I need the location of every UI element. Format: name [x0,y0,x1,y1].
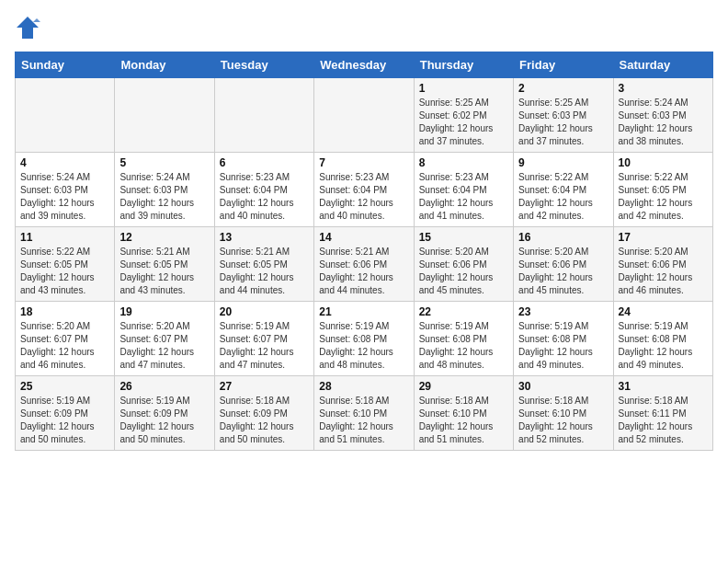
calendar-cell: 6Sunrise: 5:23 AM Sunset: 6:04 PM Daylig… [214,153,313,227]
logo-icon [15,15,40,40]
calendar-cell: 23Sunrise: 5:19 AM Sunset: 6:08 PM Dayli… [514,302,613,376]
day-number: 22 [419,305,508,318]
calendar-cell: 10Sunrise: 5:22 AM Sunset: 6:05 PM Dayli… [613,153,712,227]
calendar-cell: 18Sunrise: 5:20 AM Sunset: 6:07 PM Dayli… [16,302,115,376]
day-info: Sunrise: 5:23 AM Sunset: 6:04 PM Dayligh… [319,171,408,223]
day-info: Sunrise: 5:23 AM Sunset: 6:04 PM Dayligh… [220,171,309,223]
day-number: 21 [319,305,408,318]
day-number: 20 [220,305,309,318]
day-number: 5 [119,156,209,169]
calendar-cell: 4Sunrise: 5:24 AM Sunset: 6:03 PM Daylig… [16,153,115,227]
day-number: 11 [20,231,109,244]
day-info: Sunrise: 5:21 AM Sunset: 6:05 PM Dayligh… [220,246,309,297]
calendar-cell: 17Sunrise: 5:20 AM Sunset: 6:06 PM Dayli… [613,227,712,302]
day-number: 8 [419,156,508,169]
calendar-header: SundayMondayTuesdayWednesdayThursdayFrid… [16,52,713,78]
day-number: 30 [518,380,608,393]
calendar-cell: 26Sunrise: 5:19 AM Sunset: 6:09 PM Dayli… [115,376,214,451]
day-info: Sunrise: 5:18 AM Sunset: 6:09 PM Dayligh… [220,395,309,446]
day-info: Sunrise: 5:21 AM Sunset: 6:06 PM Dayligh… [319,246,408,297]
header-tuesday: Tuesday [214,52,313,78]
calendar-cell: 8Sunrise: 5:23 AM Sunset: 6:04 PM Daylig… [414,153,513,227]
day-info: Sunrise: 5:21 AM Sunset: 6:05 PM Dayligh… [119,246,209,297]
calendar-cell: 29Sunrise: 5:18 AM Sunset: 6:10 PM Dayli… [414,376,513,451]
day-info: Sunrise: 5:20 AM Sunset: 6:07 PM Dayligh… [20,320,109,372]
day-number: 14 [319,231,408,244]
day-info: Sunrise: 5:22 AM Sunset: 6:05 PM Dayligh… [619,171,708,223]
day-info: Sunrise: 5:22 AM Sunset: 6:05 PM Dayligh… [20,246,109,297]
day-number: 27 [220,380,309,393]
header-monday: Monday [115,52,214,78]
day-number: 24 [619,305,708,318]
day-info: Sunrise: 5:20 AM Sunset: 6:06 PM Dayligh… [619,246,708,297]
logo [15,15,44,40]
calendar-cell: 19Sunrise: 5:20 AM Sunset: 6:07 PM Dayli… [115,302,214,376]
day-info: Sunrise: 5:23 AM Sunset: 6:04 PM Dayligh… [419,171,508,223]
calendar-cell: 3Sunrise: 5:24 AM Sunset: 6:03 PM Daylig… [613,78,712,153]
calendar-row: 25Sunrise: 5:19 AM Sunset: 6:09 PM Dayli… [16,376,713,451]
calendar-cell: 9Sunrise: 5:22 AM Sunset: 6:04 PM Daylig… [514,153,613,227]
day-info: Sunrise: 5:24 AM Sunset: 6:03 PM Dayligh… [619,97,708,148]
day-number: 6 [220,156,309,169]
day-info: Sunrise: 5:18 AM Sunset: 6:10 PM Dayligh… [419,395,508,446]
day-info: Sunrise: 5:20 AM Sunset: 6:07 PM Dayligh… [119,320,209,372]
calendar-cell: 5Sunrise: 5:24 AM Sunset: 6:03 PM Daylig… [115,153,214,227]
header-thursday: Thursday [414,52,513,78]
day-number: 10 [619,156,708,169]
day-info: Sunrise: 5:18 AM Sunset: 6:11 PM Dayligh… [619,395,708,446]
day-number: 26 [119,380,209,393]
calendar-cell: 1Sunrise: 5:25 AM Sunset: 6:02 PM Daylig… [414,78,513,153]
calendar-row: 4Sunrise: 5:24 AM Sunset: 6:03 PM Daylig… [16,153,713,227]
day-info: Sunrise: 5:25 AM Sunset: 6:02 PM Dayligh… [419,97,508,148]
day-number: 28 [319,380,408,393]
day-info: Sunrise: 5:19 AM Sunset: 6:08 PM Dayligh… [518,320,608,372]
calendar-body: 1Sunrise: 5:25 AM Sunset: 6:02 PM Daylig… [16,78,713,451]
calendar-cell: 20Sunrise: 5:19 AM Sunset: 6:07 PM Dayli… [214,302,313,376]
header-wednesday: Wednesday [314,52,414,78]
day-number: 13 [220,231,309,244]
calendar-cell: 25Sunrise: 5:19 AM Sunset: 6:09 PM Dayli… [16,376,115,451]
day-info: Sunrise: 5:24 AM Sunset: 6:03 PM Dayligh… [119,171,209,223]
calendar-cell: 22Sunrise: 5:19 AM Sunset: 6:08 PM Dayli… [414,302,513,376]
day-number: 18 [20,305,109,318]
calendar-cell: 21Sunrise: 5:19 AM Sunset: 6:08 PM Dayli… [314,302,414,376]
calendar-cell [214,78,313,153]
day-number: 23 [518,305,608,318]
day-info: Sunrise: 5:20 AM Sunset: 6:06 PM Dayligh… [518,246,608,297]
calendar-cell: 12Sunrise: 5:21 AM Sunset: 6:05 PM Dayli… [115,227,214,302]
calendar-cell: 30Sunrise: 5:18 AM Sunset: 6:10 PM Dayli… [514,376,613,451]
header-sunday: Sunday [16,52,115,78]
day-number: 3 [619,82,708,95]
day-number: 29 [419,380,508,393]
calendar-cell: 31Sunrise: 5:18 AM Sunset: 6:11 PM Dayli… [613,376,712,451]
svg-marker-1 [33,18,40,22]
calendar-row: 11Sunrise: 5:22 AM Sunset: 6:05 PM Dayli… [16,227,713,302]
day-info: Sunrise: 5:25 AM Sunset: 6:03 PM Dayligh… [518,97,608,148]
day-info: Sunrise: 5:18 AM Sunset: 6:10 PM Dayligh… [518,395,608,446]
header-saturday: Saturday [613,52,712,78]
calendar-cell [16,78,115,153]
day-number: 19 [119,305,209,318]
calendar-cell: 15Sunrise: 5:20 AM Sunset: 6:06 PM Dayli… [414,227,513,302]
calendar-cell: 28Sunrise: 5:18 AM Sunset: 6:10 PM Dayli… [314,376,414,451]
day-number: 17 [619,231,708,244]
day-number: 15 [419,231,508,244]
calendar-cell [115,78,214,153]
day-info: Sunrise: 5:19 AM Sunset: 6:08 PM Dayligh… [419,320,508,372]
calendar-cell: 24Sunrise: 5:19 AM Sunset: 6:08 PM Dayli… [613,302,712,376]
day-info: Sunrise: 5:19 AM Sunset: 6:09 PM Dayligh… [119,395,209,446]
day-info: Sunrise: 5:24 AM Sunset: 6:03 PM Dayligh… [20,171,109,223]
header-row: SundayMondayTuesdayWednesdayThursdayFrid… [16,52,713,78]
day-info: Sunrise: 5:20 AM Sunset: 6:06 PM Dayligh… [419,246,508,297]
calendar-cell: 7Sunrise: 5:23 AM Sunset: 6:04 PM Daylig… [314,153,414,227]
day-info: Sunrise: 5:19 AM Sunset: 6:08 PM Dayligh… [619,320,708,372]
day-info: Sunrise: 5:19 AM Sunset: 6:07 PM Dayligh… [220,320,309,372]
day-number: 31 [619,380,708,393]
day-number: 7 [319,156,408,169]
day-number: 9 [518,156,608,169]
calendar-cell: 13Sunrise: 5:21 AM Sunset: 6:05 PM Dayli… [214,227,313,302]
day-info: Sunrise: 5:19 AM Sunset: 6:09 PM Dayligh… [20,395,109,446]
calendar-cell: 11Sunrise: 5:22 AM Sunset: 6:05 PM Dayli… [16,227,115,302]
day-number: 16 [518,231,608,244]
day-info: Sunrise: 5:22 AM Sunset: 6:04 PM Dayligh… [518,171,608,223]
